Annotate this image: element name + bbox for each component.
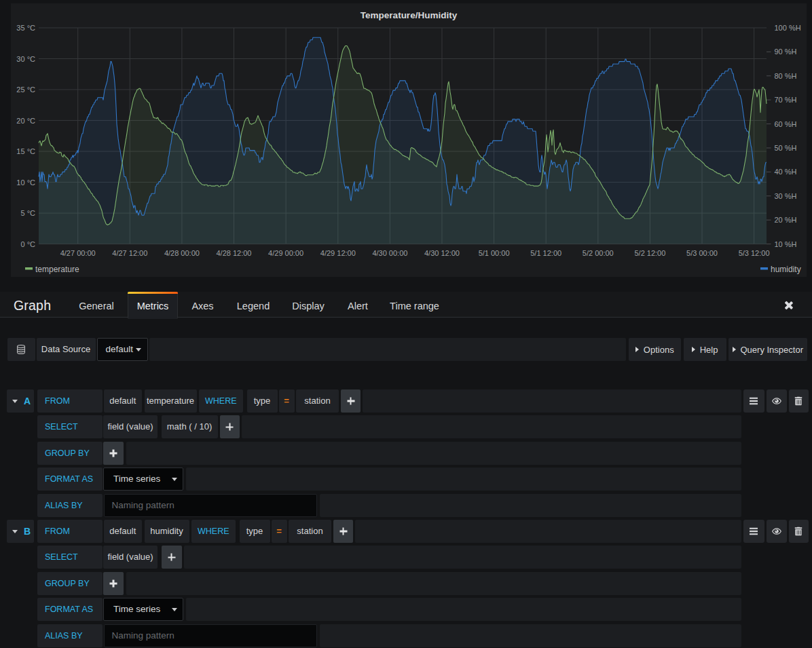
svg-text:5/3 00:00: 5/3 00:00 <box>686 249 718 257</box>
svg-text:60 %H: 60 %H <box>775 120 797 128</box>
svg-text:Temperature/Humidity: Temperature/Humidity <box>361 10 458 20</box>
svg-text:humidity: humidity <box>771 265 801 274</box>
svg-text:4/27 12:00: 4/27 12:00 <box>112 249 147 257</box>
svg-text:20 °C: 20 °C <box>16 117 35 125</box>
svg-text:5/1 12:00: 5/1 12:00 <box>530 249 561 257</box>
svg-text:4/28 00:00: 4/28 00:00 <box>164 249 200 257</box>
svg-text:5 °C: 5 °C <box>20 209 35 217</box>
svg-text:30 %H: 30 %H <box>775 192 797 200</box>
svg-text:temperature: temperature <box>35 265 79 274</box>
svg-text:70 %H: 70 %H <box>775 96 797 104</box>
svg-text:4/29 12:00: 4/29 12:00 <box>320 249 356 257</box>
svg-text:35 °C: 35 °C <box>16 24 35 32</box>
svg-text:5/2 12:00: 5/2 12:00 <box>634 249 665 257</box>
svg-text:5/3 12:00: 5/3 12:00 <box>739 249 770 257</box>
svg-text:20 %H: 20 %H <box>775 216 797 224</box>
svg-text:5/1 00:00: 5/1 00:00 <box>479 249 510 257</box>
svg-text:4/28 12:00: 4/28 12:00 <box>217 249 252 257</box>
svg-text:15 °C: 15 °C <box>16 147 35 155</box>
svg-text:4/30 00:00: 4/30 00:00 <box>372 249 407 257</box>
svg-text:80 %H: 80 %H <box>775 72 797 80</box>
svg-text:4/27 00:00: 4/27 00:00 <box>60 249 96 257</box>
svg-text:100 %H: 100 %H <box>775 24 801 32</box>
svg-text:10 %H: 10 %H <box>775 240 797 248</box>
svg-text:0 °C: 0 °C <box>20 240 35 248</box>
svg-text:30 °C: 30 °C <box>16 55 35 63</box>
svg-text:10 °C: 10 °C <box>16 178 35 187</box>
svg-text:50 %H: 50 %H <box>775 144 797 152</box>
svg-text:4/29 00:00: 4/29 00:00 <box>268 249 303 257</box>
svg-text:25 °C: 25 °C <box>16 85 35 94</box>
svg-text:90 %H: 90 %H <box>775 47 797 56</box>
svg-text:5/2 00:00: 5/2 00:00 <box>583 249 614 257</box>
svg-text:4/30 12:00: 4/30 12:00 <box>424 249 460 257</box>
svg-text:40 %H: 40 %H <box>775 168 797 176</box>
